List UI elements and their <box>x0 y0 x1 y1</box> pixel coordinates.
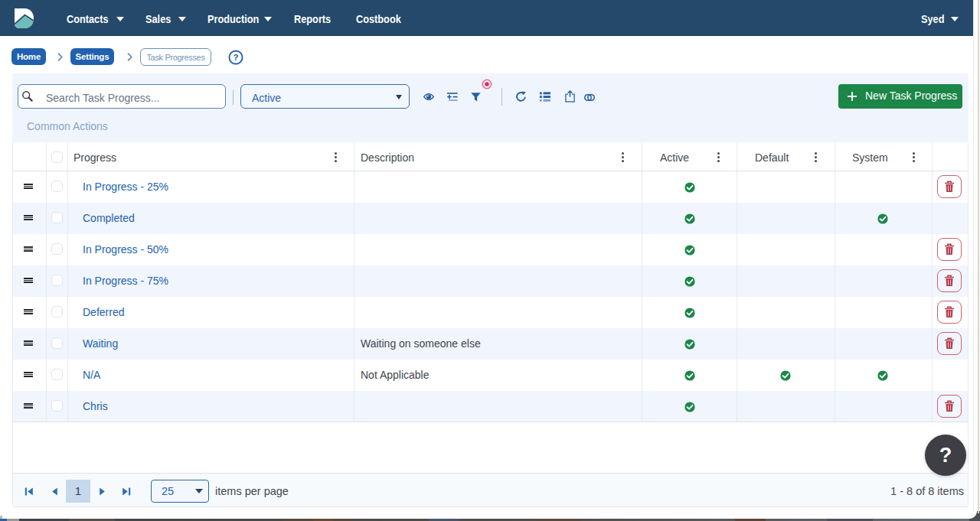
svg-text:?: ? <box>234 53 239 62</box>
